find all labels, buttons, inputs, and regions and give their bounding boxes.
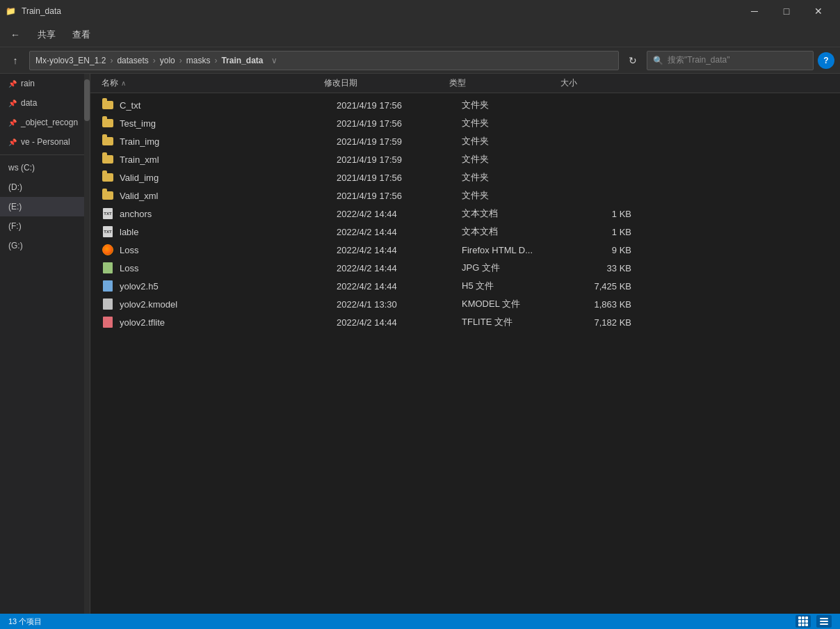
title-bar-left: 📁 Train_data <box>6 6 61 16</box>
file-type: 文件夹 <box>462 153 573 166</box>
file-name: Train_img <box>120 136 337 147</box>
bc-sep-2: › <box>179 56 182 65</box>
sidebar-scrollbar[interactable] <box>84 74 90 614</box>
h5-icon <box>103 280 113 292</box>
sidebar-separator <box>0 154 90 155</box>
up-button[interactable]: ↑ <box>6 51 25 70</box>
file-name: Loss <box>120 245 337 255</box>
folder-icon <box>102 137 113 145</box>
breadcrumb-part-4[interactable]: Train_data <box>221 56 263 65</box>
table-row[interactable]: TXT lable 2022/4/2 14:44 文本文档 1 KB <box>90 223 840 241</box>
file-icon-wrapper <box>102 189 114 202</box>
folder-icon <box>102 191 113 200</box>
file-name: Valid_img <box>120 173 337 183</box>
file-name: C_txt <box>120 100 337 111</box>
file-icon-wrapper <box>102 135 114 148</box>
folder-icon-title: 📁 <box>6 6 16 16</box>
view-button[interactable]: 查看 <box>68 27 95 42</box>
share-button[interactable]: 共享 <box>33 27 60 42</box>
table-row[interactable]: TXT anchors 2022/4/2 14:44 文本文档 1 KB <box>90 205 840 223</box>
txt-icon: TXT <box>103 208 113 219</box>
window-title: Train_data <box>22 6 61 16</box>
table-row[interactable]: Train_xml 2021/4/19 17:59 文件夹 <box>90 150 840 168</box>
file-type: 文件夹 <box>462 99 573 111</box>
table-row[interactable]: Valid_xml 2021/4/19 17:56 文件夹 <box>90 186 840 205</box>
sidebar-drive-label: ws (C:) <box>8 163 35 173</box>
sidebar-item-drive-f[interactable]: (F:) <box>0 216 90 236</box>
pin-icon: 📌 <box>8 80 17 88</box>
sidebar-item-label: _object_recogn <box>21 118 78 127</box>
maximize-button[interactable]: □ <box>770 0 802 22</box>
folder-icon <box>102 119 113 127</box>
file-name: Valid_xml <box>120 191 337 201</box>
toolbar: ← 共享 查看 <box>0 22 840 47</box>
title-bar-controls: ─ □ ✕ <box>738 0 834 22</box>
sidebar-item-ve-personal[interactable]: 📌 ve - Personal <box>0 132 90 152</box>
file-date: 2021/4/19 17:56 <box>337 173 462 183</box>
table-row[interactable]: Loss 2022/4/2 14:44 Firefox HTML D... 9 … <box>90 241 840 259</box>
file-date: 2021/4/19 17:56 <box>337 118 462 129</box>
breadcrumb-part-0[interactable]: Mx-yolov3_EN_1.2 <box>35 56 106 65</box>
table-row[interactable]: Valid_img 2021/4/19 17:56 文件夹 <box>90 168 840 186</box>
table-row[interactable]: yolov2.tflite 2022/4/2 14:44 TFLITE 文件 7… <box>90 313 840 331</box>
sidebar-item-object-recogn[interactable]: 📌 _object_recogn <box>0 113 90 132</box>
sidebar-item-label: data <box>21 98 37 108</box>
sidebar-scroll-thumb[interactable] <box>84 79 90 121</box>
col-size-header[interactable]: 大小 <box>560 77 630 89</box>
sidebar-item-drive-d[interactable]: (D:) <box>0 177 90 197</box>
list-view-button[interactable] <box>816 615 832 628</box>
folder-icon <box>102 173 113 182</box>
sidebar-item-drive-c[interactable]: ws (C:) <box>0 158 90 177</box>
sidebar-item-drive-g[interactable]: (G:) <box>0 236 90 255</box>
sort-arrow-name: ∧ <box>121 79 126 87</box>
file-icon-wrapper <box>102 117 114 129</box>
table-row[interactable]: yolov2.h5 2022/4/2 14:44 H5 文件 7,425 KB <box>90 277 840 295</box>
breadcrumb-part-1[interactable]: datasets <box>117 56 148 65</box>
txt-icon: TXT <box>103 226 113 237</box>
col-date-header[interactable]: 修改日期 <box>324 77 449 89</box>
table-row[interactable]: Train_img 2021/4/19 17:59 文件夹 <box>90 132 840 150</box>
file-date: 2022/4/2 14:44 <box>337 317 462 328</box>
col-type-header[interactable]: 类型 <box>449 77 560 89</box>
file-icon-wrapper <box>102 280 114 292</box>
breadcrumb-chevron[interactable]: ∨ <box>271 56 277 65</box>
col-date-label: 修改日期 <box>324 78 357 88</box>
folder-icon <box>102 101 113 109</box>
breadcrumb[interactable]: Mx-yolov3_EN_1.2 › datasets › yolo › mas… <box>29 51 619 70</box>
content-area: 名称 ∧ 修改日期 类型 大小 C_txt 2021/4/19 17:56 文件… <box>90 74 840 614</box>
col-type-label: 类型 <box>449 78 466 88</box>
bc-sep-3: › <box>214 56 217 65</box>
jpg-icon <box>103 262 113 273</box>
help-button[interactable]: ? <box>818 52 834 69</box>
pin-icon: 📌 <box>8 119 17 127</box>
breadcrumb-part-2[interactable]: yolo <box>160 56 175 65</box>
sidebar-item-data[interactable]: 📌 data <box>0 93 90 113</box>
col-size-label: 大小 <box>560 78 577 88</box>
search-bar[interactable]: 🔍 搜索"Train_data" <box>647 51 814 70</box>
file-date: 2021/4/19 17:56 <box>337 191 462 201</box>
col-name-label: 名称 <box>102 77 118 89</box>
file-type: 文件夹 <box>462 117 573 129</box>
table-row[interactable]: C_txt 2021/4/19 17:56 文件夹 <box>90 96 840 114</box>
sidebar-item-rain[interactable]: 📌 rain <box>0 74 90 93</box>
refresh-button[interactable]: ↻ <box>623 51 643 70</box>
sidebar-drive-label: (G:) <box>8 241 23 250</box>
file-size: 1 KB <box>573 227 643 237</box>
minimize-button[interactable]: ─ <box>738 0 770 22</box>
sidebar-item-drive-e[interactable]: (E:) <box>0 197 90 216</box>
column-headers: 名称 ∧ 修改日期 类型 大小 <box>90 74 840 93</box>
file-size: 33 KB <box>573 263 643 273</box>
close-button[interactable]: ✕ <box>802 0 834 22</box>
file-date: 2021/4/19 17:56 <box>337 100 462 111</box>
table-row[interactable]: yolov2.kmodel 2022/4/1 13:30 KMODEL 文件 1… <box>90 295 840 313</box>
table-row[interactable]: Test_img 2021/4/19 17:56 文件夹 <box>90 114 840 132</box>
breadcrumb-part-3[interactable]: masks <box>186 56 211 65</box>
file-type: 文本文档 <box>462 225 573 238</box>
back-button[interactable]: ← <box>6 25 25 45</box>
tflite-icon <box>103 317 113 328</box>
col-name-header[interactable]: 名称 ∧ <box>102 77 324 89</box>
file-icon-wrapper <box>102 153 114 166</box>
file-name: yolov2.kmodel <box>120 299 337 310</box>
table-row[interactable]: Loss 2022/4/2 14:44 JPG 文件 33 KB <box>90 259 840 277</box>
grid-view-button[interactable] <box>795 615 811 628</box>
